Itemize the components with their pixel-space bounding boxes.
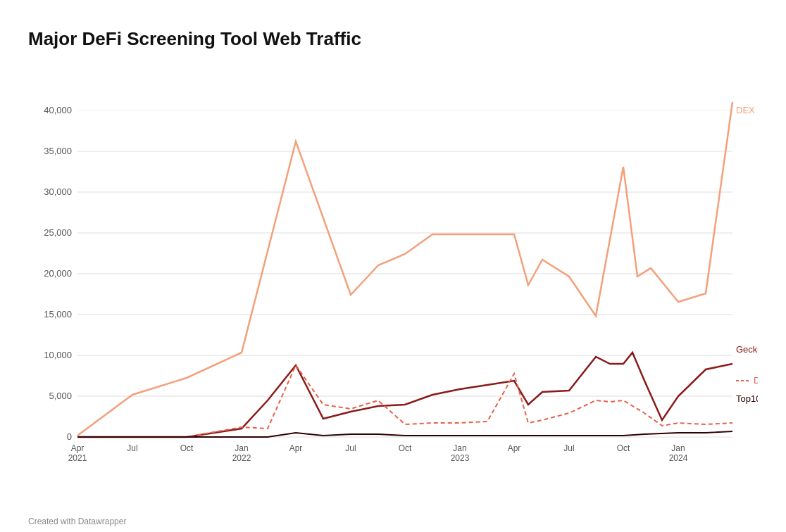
y-label-0: 0	[67, 431, 72, 442]
legend-top100ttoken: Top100Ttoken	[736, 393, 758, 404]
chart-title: Major DeFi Screening Tool Web Traffic	[28, 28, 758, 50]
x-label-jul2021: Jul	[127, 443, 137, 453]
dex-guru-line	[77, 365, 732, 437]
y-label-40000: 40,000	[44, 105, 72, 115]
svg-text:2024: 2024	[669, 453, 688, 463]
svg-text:2022: 2022	[232, 453, 251, 463]
x-label-apr2022: Apr	[289, 443, 303, 453]
chart-container: Major DeFi Screening Tool Web Traffic 0 …	[0, 0, 786, 532]
y-label-25000: 25,000	[44, 227, 72, 238]
y-label-15000: 15,000	[44, 309, 72, 319]
y-label-10000: 10,000	[44, 350, 72, 360]
x-label-oct2023: Oct	[617, 443, 630, 453]
svg-text:2023: 2023	[451, 453, 470, 463]
x-label-apr2023: Apr	[508, 443, 521, 453]
x-label-apr2021: Apr	[71, 443, 85, 453]
gecko-terminal-line	[77, 353, 732, 437]
chart-area: 0 5,000 10,000 15,000 20,000 25,000 30,0…	[28, 71, 758, 479]
y-label-20000: 20,000	[44, 268, 72, 279]
svg-text:2021: 2021	[68, 453, 87, 463]
legend-dex-guru: DexGuru	[754, 375, 758, 386]
chart-svg: 0 5,000 10,000 15,000 20,000 25,000 30,0…	[28, 71, 758, 479]
x-label-oct2021: Oct	[180, 443, 194, 453]
y-label-35000: 35,000	[44, 146, 72, 156]
y-label-30000: 30,000	[44, 186, 72, 197]
legend-dex-screener: DEX screener	[736, 105, 758, 115]
x-label-oct2022: Oct	[399, 443, 412, 453]
y-label-5000: 5,000	[49, 391, 72, 401]
x-label-jan2023: Jan	[453, 443, 466, 453]
dex-screener-line	[77, 102, 732, 436]
x-label-jan2022: Jan	[235, 443, 248, 453]
x-label-jul2023: Jul	[563, 443, 574, 453]
x-label-jul2022: Jul	[345, 443, 356, 453]
attribution: Created with Datawrapper	[28, 517, 126, 526]
legend-gecko-terminal: GeckoTerminal	[736, 344, 758, 355]
x-label-jan2024: Jan	[671, 443, 685, 453]
